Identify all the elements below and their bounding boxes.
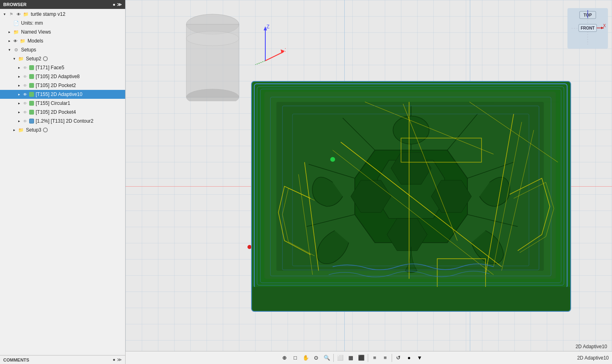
look-at-btn[interactable]: ⊙ xyxy=(311,353,321,363)
svg-rect-44 xyxy=(252,287,570,311)
pan-btn[interactable]: ✋ xyxy=(301,353,311,363)
op3-vis-icon[interactable]: 👁 xyxy=(22,83,28,88)
tree-op2[interactable]: 👁 [T105] 2D Adaptive8 xyxy=(0,72,125,81)
toolpath-svg xyxy=(252,82,570,311)
sidebar-header: BROWSER ● ≫ xyxy=(0,0,125,9)
named-views-arrow[interactable] xyxy=(6,29,12,35)
z-axis-label: Z xyxy=(267,24,269,30)
toolpath-visualization xyxy=(251,81,571,312)
setups-label: Setups xyxy=(21,47,36,53)
tree-root-item[interactable]: ⚑ 👁 📁 turtle stamp v12 xyxy=(0,10,125,19)
op4-vis-icon[interactable]: 👁 xyxy=(22,92,28,97)
op4-arrow[interactable] xyxy=(16,92,22,97)
display-mode-btn[interactable]: ⬜ xyxy=(335,353,345,363)
tree-op3[interactable]: 👁 [T105] 2D Pocket2 xyxy=(0,81,125,90)
tree-op4-selected[interactable]: 👁 [T155] 2D Adaptive10 xyxy=(0,90,125,99)
svg-text:FRONT: FRONT xyxy=(581,26,595,30)
svg-point-26 xyxy=(393,116,429,144)
comments-expand-icon[interactable]: ≫ xyxy=(117,357,122,362)
tree-setup2-item[interactable]: 📁 Setup2 xyxy=(0,54,125,63)
op5-arrow[interactable] xyxy=(16,100,22,106)
toolbar-right: 2D Adaptive10 xyxy=(577,355,609,361)
comments-bullet-icon[interactable]: ● xyxy=(113,357,115,362)
root-vis-icon[interactable]: 👁 xyxy=(16,11,21,17)
op2-vis-icon[interactable]: 👁 xyxy=(22,74,28,79)
op6-arrow[interactable] xyxy=(16,109,22,115)
op7-color xyxy=(29,119,34,123)
sidebar-title: BROWSER xyxy=(3,2,26,7)
object-display-btn[interactable]: ≡ xyxy=(380,353,390,363)
zoom-btn[interactable]: 🔍 xyxy=(322,353,332,363)
units-arrow xyxy=(6,20,12,26)
op7-arrow[interactable] xyxy=(16,118,22,124)
inspect-btn[interactable]: ● xyxy=(404,353,414,363)
view-cube[interactable]: TOP FRONT X xyxy=(567,8,600,40)
svg-line-8 xyxy=(255,61,265,65)
tree-op5[interactable]: 👁 [T155] Circular1 xyxy=(0,99,125,108)
tree-units-item[interactable]: 📄 Units: mm xyxy=(0,19,125,28)
effects-btn[interactable]: ≡ xyxy=(370,353,380,363)
more-btn[interactable]: ▼ xyxy=(415,353,424,363)
units-label: Units: mm xyxy=(21,20,43,26)
status-mode-label: 2D Adaptive10 xyxy=(577,355,609,361)
sidebar-bullet-icon[interactable]: ● xyxy=(113,2,115,7)
setup2-icon: 📁 xyxy=(18,55,24,62)
tree-setup3-item[interactable]: 📁 Setup3 xyxy=(0,126,125,134)
models-label: Models xyxy=(28,38,43,44)
op2-label: [T105] 2D Adaptive8 xyxy=(36,74,80,79)
tree-models-item[interactable]: 👁 📁 Models xyxy=(0,36,125,45)
root-label: turtle stamp v12 xyxy=(31,11,65,17)
setups-icon: ⚙ xyxy=(13,47,19,53)
bottom-toolbar: ⊕ □ ✋ ⊙ 🔍 ⬜ ▦ ⬛ ≡ ≡ ↺ ● ▼ xyxy=(126,351,612,364)
units-icon: 📄 xyxy=(13,20,19,26)
setup2-label: Setup2 xyxy=(26,56,41,62)
tree-op6[interactable]: 👁 [T105] 2D Pocket4 xyxy=(0,108,125,117)
tree-named-views-item[interactable]: 📁 Named Views xyxy=(0,28,125,36)
tree-op7[interactable]: 👁 [1.2%] [T131] 2D Contour2 xyxy=(0,117,125,126)
op6-vis-icon[interactable]: 👁 xyxy=(22,109,28,115)
models-arrow[interactable] xyxy=(6,38,12,44)
models-icon: 📁 xyxy=(19,38,26,44)
sidebar-expand-icon[interactable]: ≫ xyxy=(117,2,122,7)
refresh-btn[interactable]: ↺ xyxy=(394,353,403,363)
fit-view-btn[interactable]: □ xyxy=(290,353,300,363)
op1-color xyxy=(29,65,34,70)
comments-label: COMMENTS xyxy=(3,358,29,362)
setup3-status-icon xyxy=(43,128,48,132)
op3-label: [T105] 2D Pocket2 xyxy=(36,83,76,88)
tree-setups-item[interactable]: ⚙ Setups xyxy=(0,45,125,54)
sidebar: BROWSER ● ≫ ⚑ 👁 📁 turtle stamp v12 xyxy=(0,0,126,364)
op7-vis-icon[interactable]: 👁 xyxy=(22,118,28,124)
op6-color xyxy=(29,110,34,115)
orbit-tool-btn[interactable]: ⊕ xyxy=(280,353,290,363)
viewport[interactable]: Z X xyxy=(126,0,612,364)
tree-op1[interactable]: 👁 [T171] Face5 xyxy=(0,63,125,72)
sidebar-tree: ⚑ 👁 📁 turtle stamp v12 📄 Units: mm 📁 Nam… xyxy=(0,9,125,355)
op3-arrow[interactable] xyxy=(16,83,22,88)
setup2-arrow[interactable] xyxy=(11,56,17,62)
op6-label: [T105] 2D Pocket4 xyxy=(36,109,76,115)
op1-vis-icon[interactable]: 👁 xyxy=(22,65,28,70)
named-views-label: Named Views xyxy=(21,29,51,35)
grid-display-btn[interactable]: ▦ xyxy=(346,353,356,363)
root-expand-arrow xyxy=(2,11,7,17)
toolbar-sep-2 xyxy=(368,354,368,362)
setup2-status-icon xyxy=(43,56,48,61)
svg-point-3 xyxy=(186,31,239,46)
toolbar-sep-3 xyxy=(392,354,392,362)
setups-arrow[interactable] xyxy=(6,47,12,53)
svg-point-45 xyxy=(330,157,335,162)
op5-label: [T155] Circular1 xyxy=(36,100,70,106)
op3-color xyxy=(29,83,34,88)
op2-arrow[interactable] xyxy=(16,74,22,79)
op1-arrow[interactable] xyxy=(16,65,22,70)
models-vis-icon[interactable]: 👁 xyxy=(13,38,18,44)
tool-ghost xyxy=(178,12,247,101)
root-folder-icon: 📁 xyxy=(23,11,29,17)
op5-vis-icon[interactable]: 👁 xyxy=(22,100,28,106)
named-views-icon: 📁 xyxy=(13,29,19,35)
setup3-arrow[interactable] xyxy=(11,127,17,133)
toolbar-sep-1 xyxy=(333,354,334,362)
env-btn[interactable]: ⬛ xyxy=(356,353,366,363)
op5-color xyxy=(29,101,34,106)
